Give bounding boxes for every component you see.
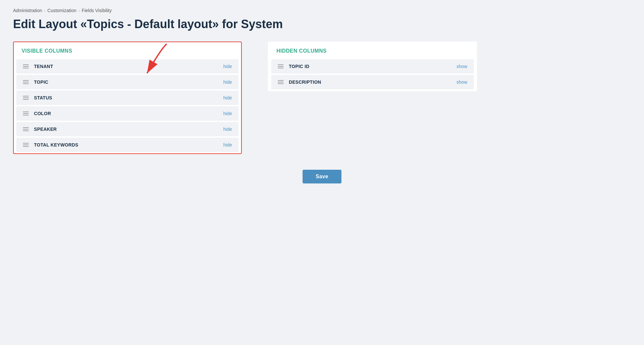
- col-name-topic-id: TOPIC ID: [289, 64, 456, 69]
- breadcrumb-sep-1: ›: [44, 8, 45, 13]
- hidden-columns-panel: HIDDEN COLUMNS TOPIC ID show DESCRIPTION…: [268, 42, 477, 91]
- visible-row-total-keywords[interactable]: TOTAL KEYWORDS hide: [16, 138, 239, 152]
- visible-columns-header: VISIBLE COLUMNS: [14, 42, 241, 58]
- col-name-topic: TOPIC: [34, 79, 223, 85]
- col-name-status: STATUS: [34, 95, 223, 100]
- visible-row-color[interactable]: COLOR hide: [16, 106, 239, 121]
- hide-topic-action[interactable]: hide: [223, 79, 232, 85]
- visible-columns-panel: VISIBLE COLUMNS TENANT hide TOPIC hide: [13, 42, 242, 154]
- columns-wrapper: VISIBLE COLUMNS TENANT hide TOPIC hide: [13, 42, 631, 154]
- breadcrumb-sep-2: ›: [78, 8, 80, 13]
- drag-handle-topic[interactable]: [23, 80, 29, 84]
- drag-handle-tenant[interactable]: [23, 64, 29, 68]
- hidden-columns-header: HIDDEN COLUMNS: [269, 42, 476, 58]
- hide-tenant-action[interactable]: hide: [223, 64, 232, 69]
- hide-speaker-action[interactable]: hide: [223, 127, 232, 132]
- hide-status-action[interactable]: hide: [223, 95, 232, 100]
- save-row: Save: [13, 170, 631, 183]
- drag-handle-total-keywords[interactable]: [23, 143, 29, 147]
- hide-total-keywords-action[interactable]: hide: [223, 142, 232, 147]
- col-name-color: COLOR: [34, 111, 223, 116]
- col-name-description: DESCRIPTION: [289, 79, 456, 85]
- drag-handle-status[interactable]: [23, 96, 29, 100]
- visible-row-status[interactable]: STATUS hide: [16, 91, 239, 105]
- drag-handle-topic-id[interactable]: [278, 64, 284, 68]
- visible-row-topic[interactable]: TOPIC hide: [16, 75, 239, 89]
- breadcrumb: Administration › Customization › Fields …: [13, 8, 631, 13]
- drag-handle-speaker[interactable]: [23, 127, 29, 131]
- breadcrumb-fields-visibility[interactable]: Fields Visibility: [82, 8, 112, 13]
- hidden-row-description[interactable]: DESCRIPTION show: [271, 75, 474, 89]
- visible-row-tenant[interactable]: TENANT hide: [16, 59, 239, 74]
- col-name-total-keywords: TOTAL KEYWORDS: [34, 142, 223, 147]
- col-name-tenant: TENANT: [34, 64, 223, 69]
- show-description-action[interactable]: show: [456, 79, 467, 85]
- col-name-speaker: SPEAKER: [34, 127, 223, 132]
- drag-handle-color[interactable]: [23, 112, 29, 115]
- breadcrumb-customization[interactable]: Customization: [47, 8, 76, 13]
- page-title: Edit Layout «Topics - Default layout» fo…: [13, 17, 631, 31]
- show-topic-id-action[interactable]: show: [456, 64, 467, 69]
- save-button[interactable]: Save: [303, 170, 341, 183]
- hide-color-action[interactable]: hide: [223, 111, 232, 116]
- hidden-row-topic-id[interactable]: TOPIC ID show: [271, 59, 474, 74]
- drag-handle-description[interactable]: [278, 80, 284, 84]
- visible-row-speaker[interactable]: SPEAKER hide: [16, 122, 239, 136]
- breadcrumb-administration[interactable]: Administration: [13, 8, 42, 13]
